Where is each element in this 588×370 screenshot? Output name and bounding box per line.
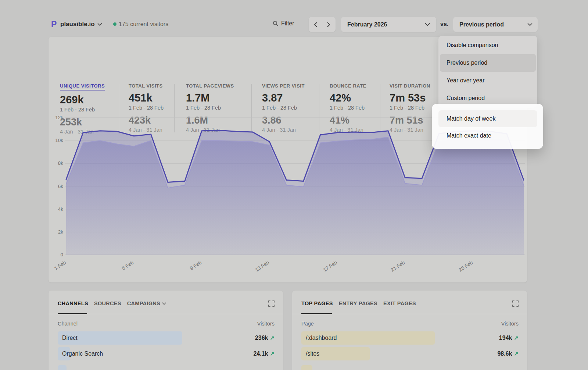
- trend-up-icon[interactable]: ↗: [514, 331, 519, 345]
- stat-unique-visitors[interactable]: UNIQUE VISITORS 269k 1 Feb - 28 Feb 253k…: [60, 83, 105, 135]
- tab-channels[interactable]: CHANNELS: [58, 300, 88, 306]
- tab-entry-pages[interactable]: ENTRY PAGES: [339, 300, 377, 306]
- active-tab-underline: [301, 313, 332, 314]
- tab-top-pages[interactable]: TOP PAGES: [301, 300, 333, 306]
- column-header: Page: [301, 321, 314, 327]
- stat-total-visits[interactable]: TOTAL VISITS 451k 1 Feb - 28 Feb 423k 4 …: [129, 83, 164, 133]
- row-bar: [58, 365, 67, 370]
- comparison-dropdown-menu: Disable comparison Previous period Year …: [438, 36, 537, 108]
- site-name[interactable]: plausible.io: [60, 21, 95, 28]
- trend-up-icon[interactable]: ↗: [270, 347, 275, 360]
- filter-label: Filter: [281, 20, 294, 27]
- period-nav-group: [309, 17, 336, 32]
- stat-divider: [319, 84, 319, 132]
- current-visitors-count[interactable]: 175 current visitors: [119, 21, 168, 28]
- row-value: 236k: [255, 331, 268, 345]
- expand-panel-icon[interactable]: [512, 300, 519, 307]
- table-row[interactable]: /:dashboard 194k↗: [301, 331, 519, 345]
- prev-period-arrow-button[interactable]: [309, 17, 322, 32]
- tab-sources[interactable]: SOURCES: [94, 300, 121, 306]
- column-header: Visitors: [257, 321, 275, 327]
- stat-divider: [251, 84, 252, 132]
- menu-item-year-over-year[interactable]: Year over year: [438, 72, 537, 89]
- search-icon: [273, 21, 279, 26]
- stat-divider: [174, 84, 175, 132]
- trend-up-icon[interactable]: ↗: [270, 331, 275, 345]
- row-value: 98.6k: [497, 347, 512, 360]
- menu-item-disable-comparison[interactable]: Disable comparison: [438, 36, 537, 54]
- column-header: Visitors: [501, 321, 519, 327]
- stat-visit-duration[interactable]: VISIT DURATION 7m 53s 1 Feb - 28 Feb 7m …: [390, 83, 430, 133]
- expand-panel-icon[interactable]: [268, 300, 275, 307]
- row-value: 194k: [499, 331, 512, 345]
- site-chevron-down-icon[interactable]: [97, 23, 102, 26]
- row-value: 24.1k: [253, 347, 268, 360]
- stat-divider: [380, 84, 380, 132]
- tab-campaigns[interactable]: CAMPAIGNS: [127, 300, 166, 306]
- vs-label: vs.: [440, 21, 448, 28]
- match-mode-spotlight: Match day of week Match exact date: [432, 104, 543, 149]
- stat-total-pageviews[interactable]: TOTAL PAGEVIEWS 1.7M 1 Feb - 28 Feb 1.6M…: [186, 83, 234, 133]
- date-range-select[interactable]: February 2026: [341, 17, 436, 32]
- live-visitors-dot-icon: [113, 22, 116, 26]
- menu-item-previous-period[interactable]: Previous period: [440, 54, 536, 72]
- comparison-select-label: Previous period: [459, 21, 504, 28]
- table-row[interactable]: [301, 365, 519, 370]
- stat-views-per-visit[interactable]: VIEWS PER VISIT 3.87 1 Feb - 28 Feb 3.86…: [262, 83, 305, 133]
- trend-up-icon[interactable]: ↗: [514, 347, 519, 360]
- column-header: Channel: [58, 321, 78, 327]
- active-tab-underline: [58, 313, 87, 314]
- tab-exit-pages[interactable]: EXIT PAGES: [383, 300, 416, 306]
- date-range-label: February 2026: [347, 21, 387, 28]
- chevron-down-icon: [425, 23, 430, 26]
- filter-button[interactable]: Filter: [273, 20, 294, 27]
- chevron-down-icon: [162, 302, 166, 305]
- stat-divider: [119, 84, 119, 132]
- menu-item-match-exact-date[interactable]: Match exact date: [438, 127, 537, 144]
- menu-item-match-day-of-week[interactable]: Match day of week: [438, 110, 537, 127]
- table-row[interactable]: /sites 98.6k↗: [301, 347, 519, 360]
- comparison-select[interactable]: Previous period: [453, 17, 538, 32]
- plausible-logo-icon: P: [51, 19, 57, 29]
- next-period-arrow-button[interactable]: [322, 17, 336, 32]
- stat-bounce-rate[interactable]: BOUNCE RATE 42% 1 Feb - 28 Feb 41% 4 Jan…: [330, 83, 366, 133]
- table-row[interactable]: Direct 236k↗: [58, 331, 275, 345]
- chevron-down-icon: [527, 23, 533, 26]
- pages-panel: TOP PAGES ENTRY PAGES EXIT PAGES Page Vi…: [292, 291, 527, 370]
- table-row[interactable]: Organic Search 24.1k↗: [58, 347, 275, 360]
- channels-panel: CHANNELS SOURCES CAMPAIGNS Channel Visit…: [49, 291, 283, 370]
- table-row[interactable]: [58, 365, 275, 370]
- row-bar: [301, 365, 312, 370]
